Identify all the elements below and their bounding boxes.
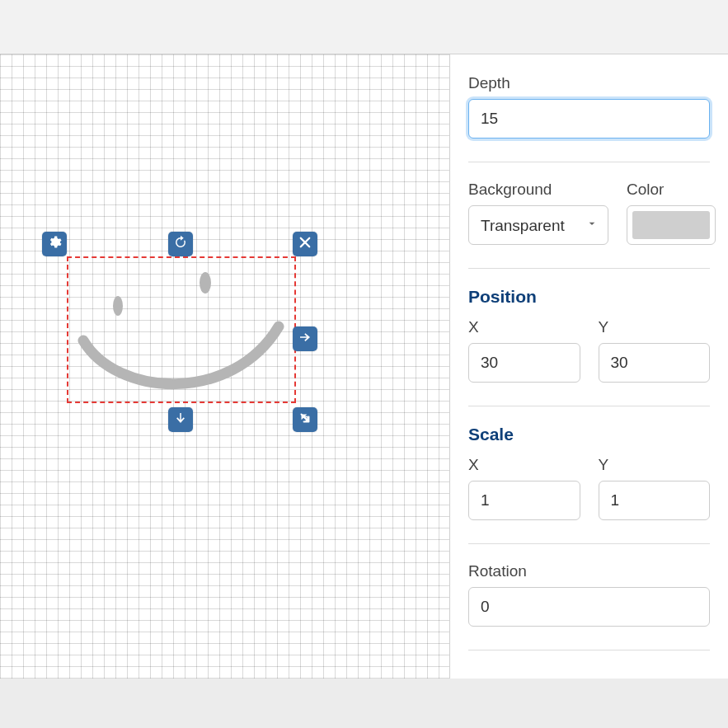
properties-panel: Depth Background Transparent Color	[450, 54, 728, 679]
position-y-label: Y	[599, 318, 711, 336]
divider	[468, 162, 710, 162]
toolbar	[0, 0, 728, 54]
selection-delete-button[interactable]	[293, 232, 317, 256]
selection-resize-corner-handle[interactable]	[293, 407, 317, 432]
footer-bar	[0, 679, 728, 728]
gear-icon	[47, 235, 62, 253]
selection-settings-button[interactable]	[42, 232, 67, 256]
arrow-diag-icon	[298, 411, 312, 429]
rotate-cw-icon	[173, 235, 188, 253]
close-icon	[298, 235, 312, 253]
position-y-input[interactable]	[599, 343, 711, 383]
rotation-label: Rotation	[468, 562, 710, 580]
scale-title: Scale	[468, 425, 710, 444]
depth-label: Depth	[468, 74, 710, 92]
color-swatch-chip	[632, 211, 710, 239]
background-select[interactable]: Transparent	[468, 205, 608, 245]
depth-input[interactable]	[468, 99, 710, 139]
color-label: Color	[627, 181, 716, 199]
divider	[468, 650, 710, 651]
rotation-input[interactable]	[468, 587, 710, 627]
scale-y-label: Y	[599, 456, 711, 474]
scale-x-input[interactable]	[468, 481, 580, 520]
position-x-input[interactable]	[468, 343, 580, 383]
divider	[468, 543, 710, 544]
canvas-area[interactable]	[0, 54, 450, 679]
background-label: Background	[468, 181, 608, 199]
selection-rotate-button[interactable]	[168, 232, 193, 256]
editor-main: Depth Background Transparent Color	[0, 54, 728, 679]
arrow-right-icon	[298, 330, 312, 348]
position-title: Position	[468, 287, 710, 307]
arrow-down-icon	[173, 411, 188, 429]
selection-resize-down-handle[interactable]	[168, 407, 193, 432]
divider	[468, 406, 710, 406]
scale-x-label: X	[468, 456, 580, 474]
scale-y-input[interactable]	[599, 481, 711, 520]
color-swatch[interactable]	[627, 205, 716, 245]
position-x-label: X	[468, 318, 580, 336]
canvas-grid	[0, 54, 449, 679]
divider	[468, 268, 710, 269]
selection-resize-right-handle[interactable]	[293, 326, 317, 351]
